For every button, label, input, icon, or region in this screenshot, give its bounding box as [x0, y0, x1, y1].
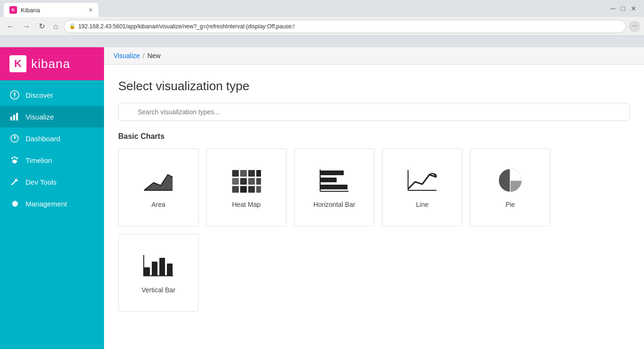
breadcrumb-current: New: [148, 52, 161, 60]
svg-rect-39: [152, 262, 157, 276]
svg-rect-24: [248, 186, 255, 193]
logo-icon: K: [9, 55, 26, 72]
main-content: Visualize / New Select visualization typ…: [104, 47, 644, 349]
browser-tab[interactable]: K Kibana ×: [4, 3, 98, 17]
viz-label-line: Line: [416, 201, 428, 208]
sidebar: K kibana Discover: [0, 47, 104, 349]
app-container: K kibana Discover: [0, 47, 644, 349]
compass-icon: [9, 90, 20, 100]
area-chart-icon: [141, 167, 175, 195]
sidebar-logo: K kibana: [0, 47, 104, 80]
breadcrumb-separator: /: [143, 52, 145, 60]
address-text: 192.168.2.43:5601/app/kibana#/visualize/…: [78, 23, 295, 30]
close-window-button[interactable]: ✕: [631, 5, 636, 12]
viz-label-hbar: Horizontal Bar: [313, 201, 356, 208]
address-bar[interactable]: 🔒 192.168.2.43:5601/app/kibana#/visualiz…: [64, 20, 626, 33]
minimize-button[interactable]: ─: [611, 5, 616, 12]
svg-rect-26: [320, 170, 344, 175]
svg-rect-41: [167, 264, 173, 276]
hbar-chart-icon: [317, 167, 351, 195]
svg-rect-15: [240, 170, 247, 177]
bar-chart-icon: [9, 111, 20, 122]
svg-rect-28: [320, 185, 348, 189]
sidebar-item-dashboard-label: Dashboard: [26, 135, 60, 143]
svg-marker-3: [14, 95, 16, 99]
sidebar-item-devtools-label: Dev Tools: [26, 178, 57, 186]
search-input[interactable]: [118, 103, 630, 121]
sidebar-item-visualize-label: Visualize: [26, 113, 54, 121]
basic-charts-section: Basic Charts Area: [118, 132, 630, 312]
logo-letter: K: [14, 58, 22, 70]
svg-rect-40: [159, 258, 165, 276]
content-area: Select visualization type 🔍 Basic Charts: [104, 65, 644, 349]
viz-grid-basic-row2: Vertical Bar: [118, 234, 630, 312]
browser-actions: ⋯: [629, 21, 640, 32]
page-title: Select visualization type: [118, 79, 630, 94]
search-wrapper: 🔍: [118, 103, 630, 121]
pie-chart-icon: [493, 167, 527, 195]
svg-point-11: [12, 160, 17, 163]
viz-label-pie: Pie: [505, 201, 515, 208]
tab-favicon: K: [9, 6, 17, 14]
line-chart-icon: [405, 167, 439, 195]
svg-rect-20: [248, 178, 255, 185]
tab-close-button[interactable]: ×: [89, 6, 93, 14]
sidebar-item-visualize[interactable]: Visualize: [0, 106, 104, 128]
browser-titlebar: K Kibana × ─ □ ✕: [0, 0, 644, 17]
svg-rect-14: [232, 170, 239, 177]
heatmap-chart-icon: [229, 167, 263, 195]
svg-rect-23: [240, 186, 247, 193]
sidebar-item-devtools[interactable]: Dev Tools: [0, 171, 104, 193]
svg-rect-5: [13, 115, 15, 120]
svg-rect-25: [256, 186, 261, 193]
home-button[interactable]: ⌂: [51, 20, 61, 33]
viz-label-area: Area: [151, 201, 165, 208]
gear-icon: [9, 198, 20, 209]
back-button[interactable]: ←: [4, 20, 17, 33]
viz-label-heatmap: Heat Map: [232, 201, 261, 208]
sidebar-item-timelion[interactable]: Timelion: [0, 149, 104, 171]
logo-text: kibana: [31, 57, 70, 71]
svg-marker-2: [14, 92, 16, 95]
svg-rect-6: [16, 113, 18, 120]
search-container: 🔍: [118, 103, 630, 121]
viz-grid-basic: Area: [118, 148, 630, 226]
paw-icon: [9, 155, 20, 165]
forward-button[interactable]: →: [20, 20, 33, 33]
viz-label-vbar: Vertical Bar: [141, 286, 175, 294]
sidebar-item-discover[interactable]: Discover: [0, 84, 104, 106]
sidebar-item-dashboard[interactable]: Dashboard: [0, 128, 104, 149]
svg-rect-18: [232, 178, 239, 185]
viz-card-pie[interactable]: Pie: [470, 148, 550, 226]
viz-card-area[interactable]: Area: [118, 148, 199, 226]
viz-card-vbar[interactable]: Vertical Bar: [118, 234, 199, 312]
breadcrumb-parent-link[interactable]: Visualize: [113, 52, 140, 60]
svg-rect-16: [248, 170, 255, 177]
sidebar-nav: Discover Visualize: [0, 80, 104, 214]
viz-card-hbar[interactable]: Horizontal Bar: [294, 148, 374, 226]
sidebar-item-management[interactable]: Management: [0, 193, 104, 214]
svg-rect-27: [320, 178, 337, 182]
browser-chrome: K Kibana × ─ □ ✕ ← → ↻ ⌂ 🔒 192.168.2.43:…: [0, 0, 644, 47]
svg-rect-19: [240, 178, 247, 185]
viz-card-heatmap[interactable]: Heat Map: [206, 148, 287, 226]
svg-point-8: [11, 157, 13, 159]
svg-rect-21: [256, 178, 261, 185]
refresh-button[interactable]: ↻: [36, 20, 48, 33]
svg-marker-12: [144, 175, 173, 190]
security-icon: 🔒: [69, 23, 76, 29]
tab-title: Kibana: [21, 7, 40, 14]
extensions-button[interactable]: ⋯: [629, 21, 640, 32]
sidebar-item-timelion-label: Timelion: [26, 156, 52, 164]
sidebar-item-management-label: Management: [26, 200, 67, 208]
svg-rect-38: [144, 267, 150, 276]
svg-rect-4: [10, 117, 12, 120]
restore-button[interactable]: □: [621, 5, 625, 12]
viz-card-line[interactable]: Line: [382, 148, 462, 226]
dashboard-icon: [9, 133, 20, 144]
svg-point-9: [14, 156, 16, 158]
svg-rect-17: [256, 170, 261, 177]
breadcrumb: Visualize / New: [104, 47, 644, 65]
sidebar-item-discover-label: Discover: [26, 91, 53, 99]
svg-point-10: [16, 157, 18, 159]
